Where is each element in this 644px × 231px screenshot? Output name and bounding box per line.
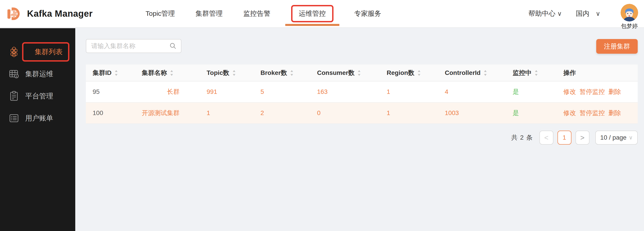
user-block[interactable]: 包梦婷 [620,4,638,30]
help-center-dropdown[interactable]: 帮助中心 ∨ [528,9,562,18]
cell-consumer-count: 163 [317,88,387,95]
sort-desc-icon[interactable]: ▼ [483,73,488,77]
pause-monitoring-link[interactable]: 暂停监控 [580,109,605,117]
page-size-select[interactable]: 10 / page ∨ [595,131,638,145]
cell-actions: 修改 暂停监控 删除 [563,88,638,96]
sort-asc-icon[interactable]: ▲ [417,69,421,73]
search-icon[interactable] [169,42,177,50]
sort-desc-icon[interactable]: ▼ [357,73,362,77]
sorter[interactable]: ▲▼ [290,69,294,76]
app-title: Kafka Manager [27,9,92,19]
toolbar: 注册集群 [86,39,638,54]
sorter[interactable]: ▲▼ [535,69,538,76]
col-cluster-id[interactable]: 集群ID ▲▼ [86,69,142,77]
sort-asc-icon[interactable]: ▲ [114,69,118,73]
svg-text:$: $ [16,75,17,78]
table-row: 100 开源测试集群 1 2 0 1 1003 是 修改 暂停监控 删除 [86,103,638,124]
next-page-button[interactable]: > [576,131,590,145]
sidebar: 集群列表 $ 集群运维 平台管理 [0,28,75,231]
sort-asc-icon[interactable]: ▲ [357,69,362,73]
page-1-button[interactable]: 1 [558,131,572,145]
nav-expert-services[interactable]: 专家服务 [354,9,381,18]
delete-link[interactable]: 删除 [608,109,621,117]
sidebar-item-cluster-list[interactable]: 集群列表 [0,41,75,63]
cell-cluster-id: 100 [86,109,142,117]
sort-desc-icon[interactable]: ▼ [170,73,174,77]
col-broker-count[interactable]: Broker数 ▲▼ [260,69,317,77]
col-controller-id[interactable]: ControllerId ▲▼ [445,69,513,76]
sorter[interactable]: ▲▼ [115,69,118,76]
sort-desc-icon[interactable]: ▼ [290,73,294,77]
annotation-box-cluster-list: 集群列表 [22,42,70,62]
col-topic-count[interactable]: Topic数 ▲▼ [207,69,260,77]
sorter[interactable]: ▲▼ [418,69,421,76]
col-actions: 操作 [563,69,638,77]
main-nav: Topic管理 集群管理 监控告警 运维管控 专家服务 [146,5,381,22]
pause-monitoring-link[interactable]: 暂停监控 [580,88,605,96]
top-header: Kafka Manager Topic管理 集群管理 监控告警 运维管控 专家服… [0,0,644,28]
sidebar-label-platform-management: 平台管理 [25,91,53,101]
cell-actions: 修改 暂停监控 删除 [563,109,638,117]
prev-page-button[interactable]: < [540,131,554,145]
cell-topic-count: 991 [207,88,260,95]
sort-asc-icon[interactable]: ▲ [290,69,294,73]
table-row: 95 长群 991 5 163 1 4 是 修改 暂停监控 删除 [86,81,638,103]
chevron-down-icon: ∨ [596,10,600,17]
cell-cluster-name[interactable]: 长群 [142,88,207,96]
cluster-search-box[interactable] [86,39,182,53]
cell-cluster-name[interactable]: 开源测试集群 [142,109,207,117]
sort-asc-icon[interactable]: ▲ [170,69,174,73]
col-region-count[interactable]: Region数 ▲▼ [387,69,445,77]
sort-desc-icon[interactable]: ▼ [417,73,421,77]
nav-monitoring-alerts[interactable]: 监控告警 [243,9,270,18]
clipboard-icon [8,91,20,102]
sorter[interactable]: ▲▼ [232,69,236,76]
chevron-down-icon: ∨ [557,10,562,17]
cell-region-count: 1 [387,109,445,117]
sorter[interactable]: ▲▼ [484,69,487,76]
nav-ops-management-label: 运维管控 [299,10,326,17]
cell-controller-id: 1003 [445,109,513,117]
delete-link[interactable]: 删除 [608,88,621,96]
sorter[interactable]: ▲▼ [358,69,361,76]
brand[interactable]: Kafka Manager [7,6,92,21]
region-dropdown[interactable]: 国内 ∨ [576,9,600,18]
total-count: 共 2 条 [511,133,533,142]
sort-desc-icon[interactable]: ▼ [534,73,538,77]
search-input[interactable] [91,42,169,50]
table-coin-icon: $ [8,69,20,79]
sort-asc-icon[interactable]: ▲ [232,69,236,73]
username: 包梦婷 [621,22,638,30]
cell-broker-count: 5 [260,88,317,95]
active-nav-underline [285,24,339,26]
col-monitoring[interactable]: 监控中 ▲▼ [513,69,563,77]
nav-cluster-management[interactable]: 集群管理 [196,9,223,18]
nav-topic-management[interactable]: Topic管理 [146,9,175,18]
chevron-down-icon: ∨ [629,134,633,141]
sidebar-item-platform-management[interactable]: 平台管理 [0,85,75,107]
col-cluster-name[interactable]: 集群名称 ▲▼ [142,69,207,77]
region-label: 国内 [576,9,590,18]
table-header-row: 集群ID ▲▼ 集群名称 ▲▼ Topic数 ▲▼ Broker数 ▲▼ Con… [86,65,638,81]
sort-asc-icon[interactable]: ▲ [483,69,488,73]
app-logo-icon [7,6,22,21]
avatar [620,4,638,22]
cell-monitoring-status: 是 [513,109,563,117]
nav-ops-management-active[interactable]: 运维管控 [291,5,334,22]
edit-link[interactable]: 修改 [563,88,576,96]
sidebar-label-cluster-ops: 集群运维 [25,69,53,79]
help-center-label: 帮助中心 [528,9,556,18]
cell-broker-count: 2 [260,109,317,117]
sorter[interactable]: ▲▼ [170,69,173,76]
next-icon: > [580,134,584,142]
sidebar-item-user-billing[interactable]: 用户账单 [0,107,75,129]
sidebar-label-user-billing: 用户账单 [25,113,53,123]
sort-desc-icon[interactable]: ▼ [114,73,118,77]
edit-link[interactable]: 修改 [563,109,576,117]
sort-desc-icon[interactable]: ▼ [232,73,236,77]
register-cluster-button[interactable]: 注册集群 [596,39,638,54]
cell-cluster-id: 95 [86,88,142,95]
sidebar-item-cluster-ops[interactable]: $ 集群运维 [0,63,75,85]
sort-asc-icon[interactable]: ▲ [534,69,538,73]
col-consumer-count[interactable]: Consumer数 ▲▼ [317,69,387,77]
